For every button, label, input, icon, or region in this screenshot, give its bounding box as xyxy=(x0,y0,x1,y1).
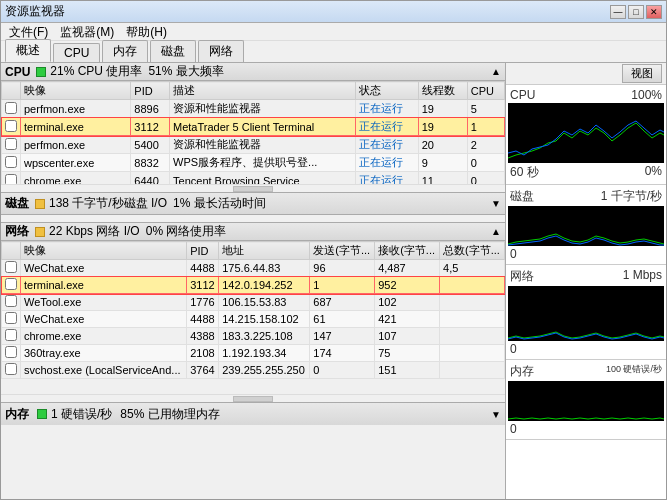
network-section: 网络 22 Kbps 网络 I/O 0% 网络使用率 ▲ xyxy=(1,223,505,403)
tab-overview[interactable]: 概述 xyxy=(5,39,51,62)
disk-section-header[interactable]: 磁盘 138 千字节/秒磁盘 I/O 1% 最长活动时间 ▼ xyxy=(1,193,505,215)
cpu-stat2-text: 51% 最大频率 xyxy=(148,63,223,80)
network-collapse-icon[interactable]: ▲ xyxy=(491,226,501,237)
net-col-name[interactable]: 映像 xyxy=(21,242,187,260)
net-row-sent: 1 xyxy=(310,277,375,294)
net-row-check[interactable] xyxy=(2,311,21,328)
cpu-table-row[interactable]: terminal.exe 3112 MetaTrader 5 Client Te… xyxy=(2,118,505,136)
cpu-table-wrap[interactable]: 映像 PID 描述 状态 线程数 CPU perfmon.exe 8896 资源… xyxy=(1,81,505,184)
net-row-pid: 1776 xyxy=(187,294,219,311)
network-table-row[interactable]: WeChat.exe 4488 14.215.158.102 61 421 xyxy=(2,311,505,328)
cpu-row-threads: 11 xyxy=(418,172,467,185)
cpu-row-threads: 20 xyxy=(418,136,467,154)
cpu-header-left: CPU 21% CPU 使用率 51% 最大频率 xyxy=(5,63,224,80)
cpu-row-desc: Tencent Browsing Service xyxy=(170,172,356,185)
disk-collapse-icon[interactable]: ▼ xyxy=(491,198,501,209)
disk-stat1-indicator xyxy=(35,199,45,209)
cpu-col-cpu[interactable]: CPU xyxy=(467,82,504,100)
menu-help[interactable]: 帮助(H) xyxy=(120,23,173,41)
cpu-col-status[interactable]: 状态 xyxy=(355,82,418,100)
net-row-name: svchost.exe (LocalServiceAnd... xyxy=(21,362,187,379)
cpu-collapse-icon[interactable]: ▲ xyxy=(491,66,501,77)
net-row-name: WeChat.exe xyxy=(21,260,187,277)
tabs-bar: 概述 CPU 内存 磁盘 网络 xyxy=(1,41,666,63)
cpu-col-pid[interactable]: PID xyxy=(131,82,170,100)
cpu-title: CPU xyxy=(5,65,30,79)
network-table-row[interactable]: svchost.exe (LocalServiceAnd... 3764 239… xyxy=(2,362,505,379)
cpu-table-row[interactable]: wpscenter.exe 8832 WPS服务程序、提供职号登... 正在运行… xyxy=(2,154,505,172)
cpu-row-threads: 9 xyxy=(418,154,467,172)
network-table-row[interactable]: WeChat.exe 4488 175.6.44.83 96 4,487 4,5 xyxy=(2,260,505,277)
disk-stat1-box: 138 千字节/秒磁盘 I/O xyxy=(35,195,167,212)
network-table-row[interactable]: WeTool.exe 1776 106.15.53.83 687 102 xyxy=(2,294,505,311)
net-row-check[interactable] xyxy=(2,294,21,311)
menu-monitor[interactable]: 监视器(M) xyxy=(54,23,120,41)
network-chart-title: 网络 xyxy=(510,268,534,285)
cpu-row-pid: 6440 xyxy=(131,172,170,185)
cpu-scroll-indicator[interactable] xyxy=(233,186,273,192)
memory-collapse-icon[interactable]: ▼ xyxy=(491,409,501,420)
menu-bar: 文件(F) 监视器(M) 帮助(H) xyxy=(1,23,666,41)
cpu-table-row[interactable]: perfmon.exe 8896 资源和性能监视器 正在运行 19 5 xyxy=(2,100,505,118)
cpu-chart-title: CPU xyxy=(510,88,535,102)
net-col-pid[interactable]: PID xyxy=(187,242,219,260)
network-chart-area xyxy=(508,286,664,341)
minimize-button[interactable]: — xyxy=(610,5,626,19)
cpu-row-check[interactable] xyxy=(2,172,21,185)
cpu-col-name[interactable]: 映像 xyxy=(21,82,131,100)
cpu-row-check[interactable] xyxy=(2,154,21,172)
net-row-sent: 147 xyxy=(310,328,375,345)
cpu-row-check[interactable] xyxy=(2,100,21,118)
memory-stat1-indicator xyxy=(37,409,47,419)
cpu-row-check[interactable] xyxy=(2,118,21,136)
net-col-sent[interactable]: 发送(字节... xyxy=(310,242,375,260)
cpu-table-row[interactable]: perfmon.exe 5400 资源和性能监视器 正在运行 20 2 xyxy=(2,136,505,154)
network-table-row[interactable]: chrome.exe 4388 183.3.225.108 147 107 xyxy=(2,328,505,345)
memory-chart-svg xyxy=(508,381,664,421)
net-row-check[interactable] xyxy=(2,328,21,345)
cpu-row-cpu: 0 xyxy=(467,154,504,172)
network-section-header[interactable]: 网络 22 Kbps 网络 I/O 0% 网络使用率 ▲ xyxy=(1,223,505,241)
cpu-chart-area xyxy=(508,103,664,163)
cpu-row-check[interactable] xyxy=(2,136,21,154)
network-table-wrap[interactable]: 映像 PID 地址 发送(字节... 接收(字节... 总数(字节... WeC… xyxy=(1,241,505,394)
net-col-addr[interactable]: 地址 xyxy=(219,242,310,260)
tab-disk[interactable]: 磁盘 xyxy=(150,40,196,62)
tab-cpu[interactable]: CPU xyxy=(53,43,100,62)
cpu-col-threads[interactable]: 线程数 xyxy=(418,82,467,100)
disk-chart-unit: 1 千字节/秒 xyxy=(601,188,662,205)
net-row-sent: 61 xyxy=(310,311,375,328)
network-table-row[interactable]: terminal.exe 3112 142.0.194.252 1 952 xyxy=(2,277,505,294)
net-row-pid: 4388 xyxy=(187,328,219,345)
maximize-button[interactable]: □ xyxy=(628,5,644,19)
tab-network[interactable]: 网络 xyxy=(198,40,244,62)
net-row-check[interactable] xyxy=(2,362,21,379)
memory-chart-section: 内存 100 硬错误/秒 0 xyxy=(506,360,666,440)
net-row-check[interactable] xyxy=(2,277,21,294)
view-button[interactable]: 视图 xyxy=(622,64,662,83)
net-col-recv[interactable]: 接收(字节... xyxy=(375,242,440,260)
menu-file[interactable]: 文件(F) xyxy=(3,23,54,41)
net-row-check[interactable] xyxy=(2,345,21,362)
network-table-row[interactable]: 360tray.exe 2108 1.192.193.34 174 75 xyxy=(2,345,505,362)
net-col-total[interactable]: 总数(字节... xyxy=(440,242,505,260)
close-button[interactable]: ✕ xyxy=(646,5,662,19)
network-scroll-indicator[interactable] xyxy=(233,396,273,402)
cpu-section-header[interactable]: CPU 21% CPU 使用率 51% 最大频率 ▲ xyxy=(1,63,505,81)
net-row-recv: 952 xyxy=(375,277,440,294)
cpu-row-name: perfmon.exe xyxy=(21,136,131,154)
cpu-chart-svg xyxy=(508,103,664,163)
cpu-chart-bottom: 60 秒 0% xyxy=(508,163,664,182)
cpu-col-desc[interactable]: 描述 xyxy=(170,82,356,100)
disk-chart-bottom: 0 xyxy=(508,246,664,262)
tab-memory[interactable]: 内存 xyxy=(102,40,148,62)
cpu-chart-pct: 100% xyxy=(631,88,662,102)
net-row-total xyxy=(440,362,505,379)
cpu-table-row[interactable]: chrome.exe 6440 Tencent Browsing Service… xyxy=(2,172,505,185)
net-row-name: WeTool.exe xyxy=(21,294,187,311)
cpu-table: 映像 PID 描述 状态 线程数 CPU perfmon.exe 8896 资源… xyxy=(1,81,505,184)
memory-chart-unit: 100 硬错误/秒 xyxy=(606,363,662,380)
cpu-row-status: 正在运行 xyxy=(355,100,418,118)
cpu-row-threads: 19 xyxy=(418,118,467,136)
net-row-check[interactable] xyxy=(2,260,21,277)
